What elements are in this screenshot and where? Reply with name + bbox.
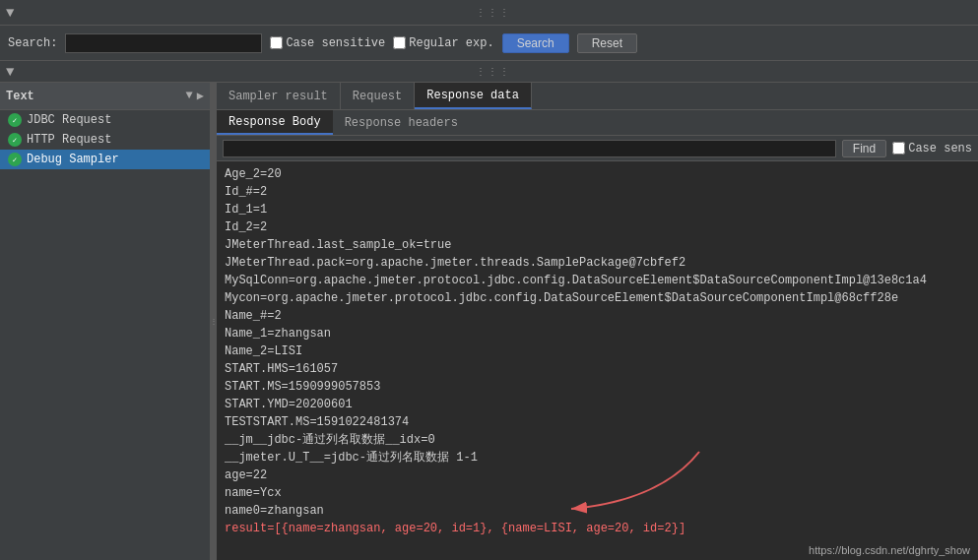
sub-tabs-row: Response Body Response headers xyxy=(217,110,978,136)
response-line: Name_#=2 xyxy=(225,307,970,325)
case-sensitive-label: Case sensitive xyxy=(286,36,385,50)
tree-item-debug-label: Debug Sampler xyxy=(27,153,119,166)
tab-response-data[interactable]: Response data xyxy=(415,83,532,109)
response-line: MySqlConn=org.apache.jmeter.protocol.jdb… xyxy=(225,272,970,289)
tab-request[interactable]: Request xyxy=(341,83,415,109)
search-input[interactable] xyxy=(65,33,262,53)
tree-item-debug[interactable]: ✓ Debug Sampler xyxy=(0,150,210,169)
response-line: JMeterThread.last_sample_ok=true xyxy=(225,236,970,254)
filter-icon[interactable]: ▼ xyxy=(186,89,193,103)
response-line: __jm__jdbc-通过列名取数据__idx=0 xyxy=(225,431,970,449)
regex-checkbox-label[interactable]: Regular exp. xyxy=(393,36,493,50)
response-line: __jmeter.U_T__=jdbc-通过列名取数据 1-1 xyxy=(225,449,970,467)
response-line: TESTSTART.MS=1591022481374 xyxy=(225,413,970,431)
response-line: Age_2=20 xyxy=(225,165,970,183)
response-line: age=22 xyxy=(225,467,970,484)
response-line: JMeterThread.pack=org.apache.jmeter.thre… xyxy=(225,254,970,272)
response-line: Name_1=zhangsan xyxy=(225,325,970,342)
find-input[interactable] xyxy=(223,140,836,157)
case-sensitive-checkbox[interactable] xyxy=(270,36,283,49)
check-icon-debug: ✓ xyxy=(8,153,22,166)
left-panel-header: Text ▼ ▶ xyxy=(0,83,210,110)
regex-label: Regular exp. xyxy=(409,36,493,50)
top-toolbar: ▼ ⋮⋮⋮ xyxy=(0,0,978,26)
find-button[interactable]: Find xyxy=(842,140,886,157)
response-line: Id_2=2 xyxy=(225,218,970,236)
second-toolbar: ▼ ⋮⋮⋮ xyxy=(0,61,978,83)
tabs-row: Sampler result Request Response data xyxy=(217,83,978,110)
right-panel: Sampler result Request Response data Res… xyxy=(217,83,978,560)
response-line: START.HMS=161057 xyxy=(225,360,970,378)
left-panel-icons: ▼ ▶ xyxy=(186,89,204,103)
tree-item-http[interactable]: ✓ HTTP Request xyxy=(0,130,210,150)
collapse-icon-2[interactable]: ▼ xyxy=(6,64,14,80)
regex-checkbox[interactable] xyxy=(393,36,406,49)
search-button[interactable]: Search xyxy=(502,33,569,53)
response-line: name0=zhangsan xyxy=(225,502,970,520)
left-panel-title: Text xyxy=(6,90,186,103)
check-icon-http: ✓ xyxy=(8,133,22,147)
content-area: Age_2=20Id_#=2Id_1=1Id_2=2JMeterThread.l… xyxy=(217,161,978,560)
main-layout: Text ▼ ▶ ✓ JDBC Request ✓ HTTP Request ✓… xyxy=(0,83,978,560)
response-body[interactable]: Age_2=20Id_#=2Id_1=1Id_2=2JMeterThread.l… xyxy=(217,161,978,560)
tree-item-jdbc[interactable]: ✓ JDBC Request xyxy=(0,110,210,130)
search-label: Search: xyxy=(8,36,57,50)
drag-handle: ⋮⋮⋮ xyxy=(14,7,972,19)
response-line: Mycon=org.apache.jmeter.protocol.jdbc.co… xyxy=(225,289,970,307)
case-sensitive-checkbox-label[interactable]: Case sensitive xyxy=(270,36,385,50)
case-sens-label[interactable]: Case sens xyxy=(892,142,972,156)
drag-handle-2: ⋮⋮⋮ xyxy=(14,66,972,78)
tree-item-http-label: HTTP Request xyxy=(27,133,111,147)
find-case-sens-text: Case sens xyxy=(908,142,972,156)
response-line: Name_2=LISI xyxy=(225,342,970,360)
arrow-right-icon[interactable]: ▶ xyxy=(197,89,204,103)
reset-button[interactable]: Reset xyxy=(577,33,637,53)
tree-item-jdbc-label: JDBC Request xyxy=(27,113,111,127)
find-bar: Find Case sens xyxy=(217,136,978,161)
response-line: name=Ycx xyxy=(225,484,970,502)
check-icon-jdbc: ✓ xyxy=(8,113,22,127)
sub-tab-response-headers[interactable]: Response headers xyxy=(333,110,470,135)
search-bar: Search: Case sensitive Regular exp. Sear… xyxy=(0,26,978,61)
response-line: result=[{name=zhangsan, age=20, id=1}, {… xyxy=(225,520,970,537)
sub-tab-response-body[interactable]: Response Body xyxy=(217,110,333,135)
collapse-icon[interactable]: ▼ xyxy=(6,5,14,21)
find-case-sens-checkbox[interactable] xyxy=(892,142,905,155)
response-line: START.MS=1590999057853 xyxy=(225,378,970,396)
response-line: Id_1=1 xyxy=(225,201,970,218)
tab-sampler-result[interactable]: Sampler result xyxy=(217,83,341,109)
response-line: START.YMD=20200601 xyxy=(225,396,970,413)
watermark: https://blog.csdn.net/dghrty_show xyxy=(809,544,970,556)
response-line: Id_#=2 xyxy=(225,183,970,201)
left-panel: Text ▼ ▶ ✓ JDBC Request ✓ HTTP Request ✓… xyxy=(0,83,211,560)
